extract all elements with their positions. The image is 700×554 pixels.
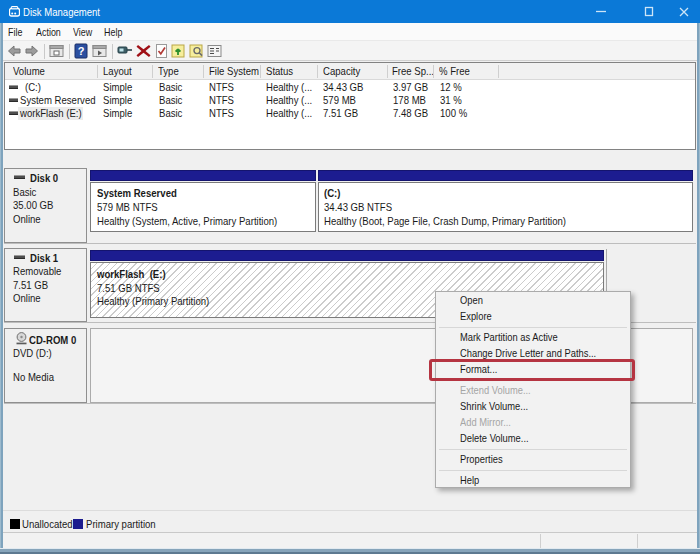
svg-text:?: ? [78,45,85,57]
